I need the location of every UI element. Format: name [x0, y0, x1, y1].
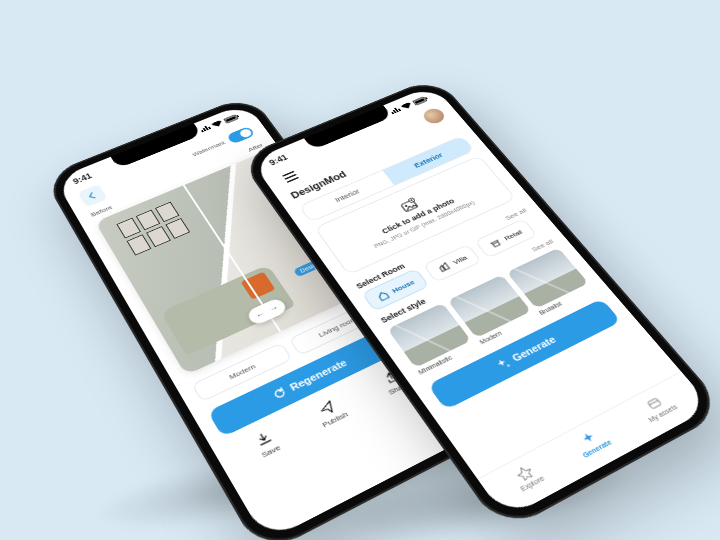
watermark-label: Watermark: [191, 139, 227, 157]
svg-rect-9: [648, 398, 662, 409]
tab-generate[interactable]: Generate: [571, 425, 613, 458]
tab-explore[interactable]: Explore: [509, 461, 545, 492]
tab-my-assets[interactable]: My assets: [636, 391, 678, 424]
retail-icon: [488, 237, 504, 250]
avatar[interactable]: [420, 106, 448, 126]
svg-rect-4: [414, 98, 425, 104]
svg-rect-1: [225, 116, 236, 122]
watermark-toggle[interactable]: [226, 126, 255, 144]
publish-action[interactable]: Publish: [312, 397, 350, 430]
sparkle-icon: [494, 357, 512, 371]
sparkle-icon: [578, 429, 600, 447]
svg-point-7: [404, 205, 407, 208]
save-action[interactable]: Save: [251, 429, 282, 459]
assets-icon: [644, 395, 665, 413]
refresh-icon: [271, 386, 288, 401]
wall-frames: [116, 202, 190, 256]
menu-button[interactable]: [275, 165, 306, 188]
house-icon: [375, 289, 392, 302]
slider-handle[interactable]: ←→: [183, 185, 281, 332]
slider-knob[interactable]: ←→: [245, 297, 288, 327]
villa-icon: [436, 261, 452, 274]
explore-icon: [514, 463, 536, 482]
